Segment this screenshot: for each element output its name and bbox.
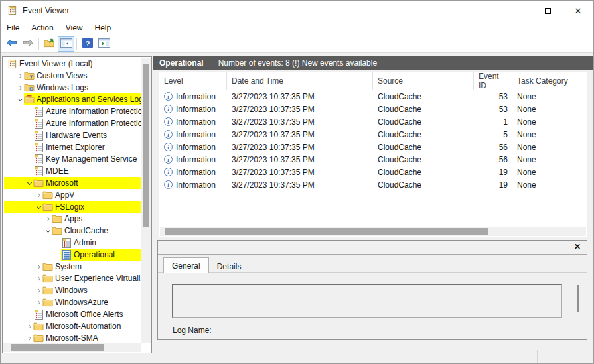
tree-vertical-scrollbar-thumb[interactable] (143, 64, 149, 227)
event-row[interactable]: iInformation3/27/2023 10:37:35 PMCloudCa… (159, 90, 587, 103)
menu-file[interactable]: File (1, 21, 25, 35)
event-list-horizontal-scrollbar-thumb[interactable] (165, 228, 488, 235)
tree-item-microsoft-sma[interactable]: Microsoft-SMA (4, 332, 141, 343)
tree-horizontal-scrollbar-thumb[interactable] (11, 344, 104, 351)
tree-item-apps[interactable]: Apps (4, 213, 141, 225)
chevron-right-icon[interactable] (35, 298, 42, 306)
tab-general[interactable]: General (163, 257, 209, 273)
tree-item-admin[interactable]: Admin (4, 237, 141, 249)
show-action-pane-button[interactable] (96, 36, 112, 52)
column-header-task-category[interactable]: Task Category (512, 72, 587, 90)
event-list-body: iInformation3/27/2023 10:37:35 PMCloudCa… (159, 90, 587, 191)
tree-item-custom-views[interactable]: Custom Views (4, 70, 141, 82)
cell-level: iInformation (159, 92, 227, 101)
column-header-level[interactable]: Level (159, 72, 227, 90)
folder-icon (42, 273, 53, 284)
chevron-spacer (25, 107, 33, 115)
event-row[interactable]: iInformation3/27/2023 10:37:35 PMCloudCa… (159, 103, 587, 115)
tree-item-content: Custom Views (24, 70, 87, 82)
tree-item-cloudcache[interactable]: CloudCache (4, 225, 141, 237)
cell-level: iInformation (159, 117, 227, 127)
chevron-right-icon[interactable] (35, 274, 42, 282)
tree-item-user-experience-virtualiz[interactable]: User Experience Virtualiz (4, 273, 141, 284)
tree-item-windows[interactable]: Windows (4, 284, 141, 296)
chevron-down-icon[interactable] (16, 95, 24, 103)
menu-action[interactable]: Action (25, 21, 59, 35)
tree-item-applications-and-services-logs[interactable]: Applications and Services Logs (4, 93, 141, 105)
tree-item-label: Microsoft Office Alerts (46, 310, 123, 319)
tree-item-operational[interactable]: Operational (4, 249, 141, 261)
chevron-right-icon[interactable] (35, 286, 42, 294)
folder-apps-icon (24, 94, 35, 105)
cell-event-id: 1 (474, 117, 512, 127)
tree-item-content: Azure Information Protectic (33, 117, 141, 129)
chevron-right-icon[interactable] (25, 322, 33, 330)
event-row[interactable]: iInformation3/27/2023 10:37:35 PMCloudCa… (159, 178, 587, 191)
minimize-button[interactable] (502, 1, 532, 21)
chevron-right-icon[interactable] (35, 263, 42, 271)
tree-item-microsoft[interactable]: Microsoft (4, 177, 141, 189)
column-header-source[interactable]: Source (373, 72, 474, 90)
export-button[interactable] (41, 36, 58, 52)
tree-item-label: Windows Logs (37, 83, 88, 92)
console-tree-icon (60, 38, 72, 50)
show-console-tree-button[interactable] (58, 36, 74, 52)
tree-item-mdee[interactable]: MDEE (4, 165, 141, 177)
tree-item-hardware-events[interactable]: Hardware Events (4, 129, 141, 141)
chevron-right-icon[interactable] (16, 84, 24, 91)
tree-item-key-management-service[interactable]: Key Management Service (4, 153, 141, 165)
cell-date-and-time: 3/27/2023 10:37:35 PM (227, 130, 373, 139)
toolbar: ? (1, 35, 593, 53)
tree-item-windowsazure[interactable]: WindowsAzure (4, 296, 141, 308)
tree-item-fslogix[interactable]: FSLogix (4, 201, 141, 213)
chevron-right-icon[interactable] (16, 72, 24, 80)
tree-vertical-scrollbar[interactable] (141, 58, 151, 343)
tree-item-microsoft-office-alerts[interactable]: Microsoft Office Alerts (4, 308, 141, 320)
chevron-down-icon[interactable] (44, 227, 52, 235)
menu-help[interactable]: Help (89, 21, 117, 35)
back-button[interactable] (3, 36, 20, 52)
event-row[interactable]: iInformation3/27/2023 10:37:35 PMCloudCa… (159, 166, 587, 178)
tab-details[interactable]: Details (209, 260, 250, 273)
event-row[interactable]: iInformation3/27/2023 10:37:35 PMCloudCa… (159, 128, 587, 141)
cell-source: CloudCache (373, 143, 474, 152)
tree-item-microsoft-automation[interactable]: Microsoft-Automation (4, 320, 141, 332)
chevron-down-icon[interactable] (35, 203, 42, 211)
forward-button[interactable] (20, 36, 37, 52)
preview-close-icon[interactable]: ✕ (574, 242, 581, 251)
tree-item-internet-explorer[interactable]: Internet Explorer (4, 141, 141, 153)
cell-task-category: None (512, 105, 587, 114)
menu-view[interactable]: View (60, 21, 89, 35)
tree-item-label: Operational (74, 250, 115, 259)
cell-level: iInformation (159, 143, 227, 152)
tree-item-azure-information-protectic[interactable]: Azure Information Protectic (4, 117, 141, 129)
maximize-button[interactable] (532, 1, 563, 21)
preview-vertical-scrollbar-thumb[interactable] (577, 285, 579, 312)
chevron-right-icon[interactable] (25, 334, 33, 342)
cell-date-and-time: 3/27/2023 10:37:35 PM (227, 180, 373, 190)
tree-item-event-viewer-local[interactable]: Event Viewer (Local) (4, 58, 141, 70)
folder-icon (42, 190, 53, 200)
event-log-icon (33, 154, 44, 164)
tree-item-windows-logs[interactable]: Windows Logs (4, 82, 141, 93)
event-list-horizontal-scrollbar[interactable] (160, 227, 586, 236)
event-row[interactable]: iInformation3/27/2023 10:37:35 PMCloudCa… (159, 115, 587, 128)
tree-item-appv[interactable]: AppV (4, 189, 141, 201)
close-button[interactable]: ✕ (563, 1, 593, 21)
level-text: Information (176, 92, 216, 101)
event-list-panel: Level Date and Time Source Event ID Task… (159, 72, 587, 237)
event-row[interactable]: iInformation3/27/2023 10:37:35 PMCloudCa… (159, 153, 587, 166)
tree-horizontal-scrollbar[interactable] (3, 343, 141, 352)
tree-item-azure-information-protectic[interactable]: Azure Information Protectic (4, 105, 141, 117)
column-header-event-id[interactable]: Event ID (474, 72, 512, 90)
chevron-right-icon[interactable] (44, 215, 52, 223)
column-header-date-and-time[interactable]: Date and Time (227, 72, 373, 90)
help-button[interactable]: ? (79, 36, 96, 52)
level-text: Information (176, 117, 216, 127)
tree-item-system[interactable]: System (4, 261, 141, 273)
event-row[interactable]: iInformation3/27/2023 10:37:35 PMCloudCa… (159, 141, 587, 153)
chevron-right-icon[interactable] (35, 191, 42, 199)
cell-level: iInformation (159, 105, 227, 114)
cell-level: iInformation (159, 168, 227, 177)
chevron-down-icon[interactable] (25, 179, 33, 187)
